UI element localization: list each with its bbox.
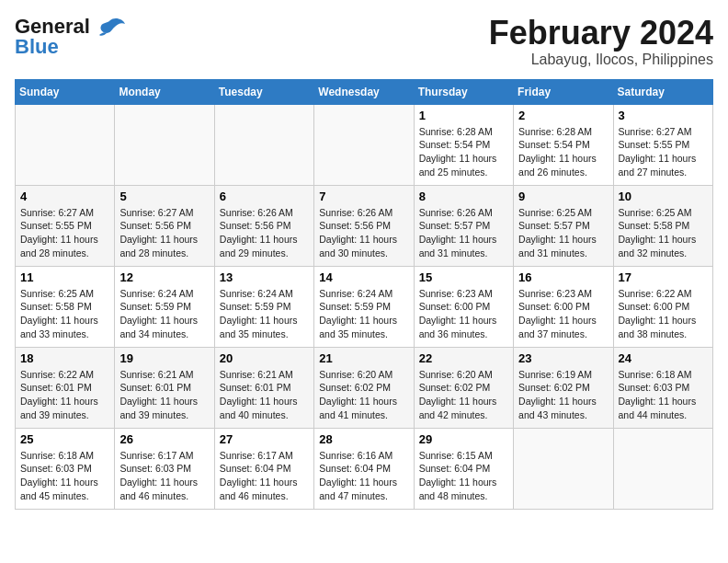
- day-number: 23: [518, 351, 608, 365]
- day-number: 16: [518, 270, 608, 284]
- calendar-cell: 11Sunrise: 6:25 AM Sunset: 5:58 PM Dayli…: [16, 266, 115, 347]
- calendar-cell: 22Sunrise: 6:20 AM Sunset: 6:02 PM Dayli…: [414, 347, 513, 428]
- day-number: 17: [619, 270, 708, 284]
- day-info: Sunrise: 6:22 AM Sunset: 6:01 PM Dayligh…: [20, 368, 109, 422]
- logo-blue: Blue: [15, 35, 59, 59]
- day-number: 9: [518, 190, 608, 203]
- logo: General Blue: [15, 15, 127, 59]
- calendar-cell: 23Sunrise: 6:19 AM Sunset: 6:02 PM Dayli…: [514, 347, 613, 428]
- day-number: 15: [419, 270, 508, 284]
- weekday-header-thursday: Thursday: [414, 79, 513, 104]
- day-info: Sunrise: 6:20 AM Sunset: 6:02 PM Dayligh…: [419, 368, 508, 422]
- calendar-cell: 14Sunrise: 6:24 AM Sunset: 5:59 PM Dayli…: [314, 266, 414, 347]
- day-number: 6: [220, 190, 309, 203]
- calendar-cell: 15Sunrise: 6:23 AM Sunset: 6:00 PM Dayli…: [414, 266, 513, 347]
- day-info: Sunrise: 6:21 AM Sunset: 6:01 PM Dayligh…: [119, 368, 209, 422]
- location: Labayug, Ilocos, Philippines: [489, 52, 713, 68]
- day-number: 4: [20, 190, 109, 203]
- calendar-cell: 25Sunrise: 6:18 AM Sunset: 6:03 PM Dayli…: [16, 428, 115, 509]
- day-number: 14: [319, 270, 408, 284]
- day-info: Sunrise: 6:15 AM Sunset: 6:04 PM Dayligh…: [419, 449, 508, 503]
- day-number: 1: [419, 109, 508, 122]
- calendar-cell: 1Sunrise: 6:28 AM Sunset: 5:54 PM Daylig…: [414, 104, 513, 185]
- day-info: Sunrise: 6:18 AM Sunset: 6:03 PM Dayligh…: [20, 449, 109, 503]
- day-number: 2: [518, 109, 608, 122]
- week-row-1: 1Sunrise: 6:28 AM Sunset: 5:54 PM Daylig…: [16, 104, 713, 185]
- day-info: Sunrise: 6:27 AM Sunset: 5:55 PM Dayligh…: [619, 125, 708, 179]
- day-info: Sunrise: 6:23 AM Sunset: 6:00 PM Dayligh…: [518, 287, 608, 341]
- day-info: Sunrise: 6:16 AM Sunset: 6:04 PM Dayligh…: [319, 449, 408, 503]
- title-area: February 2024 Labayug, Ilocos, Philippin…: [489, 15, 713, 68]
- day-number: 25: [20, 432, 109, 446]
- day-info: Sunrise: 6:18 AM Sunset: 6:03 PM Dayligh…: [619, 368, 708, 422]
- day-number: 10: [619, 190, 708, 203]
- day-info: Sunrise: 6:25 AM Sunset: 5:58 PM Dayligh…: [619, 206, 708, 260]
- calendar-cell: [613, 428, 712, 509]
- day-info: Sunrise: 6:21 AM Sunset: 6:01 PM Dayligh…: [220, 368, 309, 422]
- calendar-cell: [514, 428, 613, 509]
- day-number: 18: [20, 351, 109, 365]
- logo-bird-icon: [94, 17, 127, 37]
- day-number: 12: [119, 270, 209, 284]
- calendar-cell: 6Sunrise: 6:26 AM Sunset: 5:56 PM Daylig…: [214, 185, 313, 266]
- calendar-cell: 24Sunrise: 6:18 AM Sunset: 6:03 PM Dayli…: [613, 347, 712, 428]
- day-info: Sunrise: 6:19 AM Sunset: 6:02 PM Dayligh…: [518, 368, 608, 422]
- day-info: Sunrise: 6:24 AM Sunset: 5:59 PM Dayligh…: [319, 287, 408, 341]
- calendar-cell: 5Sunrise: 6:27 AM Sunset: 5:56 PM Daylig…: [115, 185, 214, 266]
- day-number: 8: [419, 190, 508, 203]
- calendar-cell: [214, 104, 313, 185]
- day-number: 13: [220, 270, 309, 284]
- calendar-cell: 18Sunrise: 6:22 AM Sunset: 6:01 PM Dayli…: [16, 347, 115, 428]
- day-info: Sunrise: 6:24 AM Sunset: 5:59 PM Dayligh…: [220, 287, 309, 341]
- day-number: 7: [319, 190, 408, 203]
- calendar-cell: 10Sunrise: 6:25 AM Sunset: 5:58 PM Dayli…: [613, 185, 712, 266]
- day-info: Sunrise: 6:24 AM Sunset: 5:59 PM Dayligh…: [119, 287, 209, 341]
- calendar-cell: 29Sunrise: 6:15 AM Sunset: 6:04 PM Dayli…: [414, 428, 513, 509]
- calendar-cell: 8Sunrise: 6:26 AM Sunset: 5:57 PM Daylig…: [414, 185, 513, 266]
- calendar-cell: 2Sunrise: 6:28 AM Sunset: 5:54 PM Daylig…: [514, 104, 613, 185]
- calendar-cell: [16, 104, 115, 185]
- calendar-table: SundayMondayTuesdayWednesdayThursdayFrid…: [15, 79, 713, 510]
- day-info: Sunrise: 6:26 AM Sunset: 5:56 PM Dayligh…: [220, 206, 309, 260]
- day-info: Sunrise: 6:22 AM Sunset: 6:00 PM Dayligh…: [619, 287, 708, 341]
- day-info: Sunrise: 6:20 AM Sunset: 6:02 PM Dayligh…: [319, 368, 408, 422]
- week-row-4: 18Sunrise: 6:22 AM Sunset: 6:01 PM Dayli…: [16, 347, 713, 428]
- month-title: February 2024: [489, 15, 713, 52]
- weekday-header-tuesday: Tuesday: [214, 79, 313, 104]
- calendar-cell: 20Sunrise: 6:21 AM Sunset: 6:01 PM Dayli…: [214, 347, 313, 428]
- calendar-cell: 7Sunrise: 6:26 AM Sunset: 5:56 PM Daylig…: [314, 185, 414, 266]
- calendar-cell: 12Sunrise: 6:24 AM Sunset: 5:59 PM Dayli…: [115, 266, 214, 347]
- calendar-cell: 4Sunrise: 6:27 AM Sunset: 5:55 PM Daylig…: [16, 185, 115, 266]
- day-info: Sunrise: 6:28 AM Sunset: 5:54 PM Dayligh…: [518, 125, 608, 179]
- day-number: 11: [20, 270, 109, 284]
- day-number: 20: [220, 351, 309, 365]
- day-number: 28: [319, 432, 408, 446]
- day-number: 27: [220, 432, 309, 446]
- header: General Blue February 2024 Labayug, Iloc…: [15, 15, 713, 68]
- day-info: Sunrise: 6:17 AM Sunset: 6:03 PM Dayligh…: [119, 449, 209, 503]
- day-info: Sunrise: 6:25 AM Sunset: 5:57 PM Dayligh…: [518, 206, 608, 260]
- day-number: 19: [119, 351, 209, 365]
- calendar-cell: 16Sunrise: 6:23 AM Sunset: 6:00 PM Dayli…: [514, 266, 613, 347]
- day-info: Sunrise: 6:23 AM Sunset: 6:00 PM Dayligh…: [419, 287, 508, 341]
- day-info: Sunrise: 6:26 AM Sunset: 5:57 PM Dayligh…: [419, 206, 508, 260]
- day-number: 29: [419, 432, 508, 446]
- weekday-header-friday: Friday: [514, 79, 613, 104]
- calendar-cell: 21Sunrise: 6:20 AM Sunset: 6:02 PM Dayli…: [314, 347, 414, 428]
- week-row-2: 4Sunrise: 6:27 AM Sunset: 5:55 PM Daylig…: [16, 185, 713, 266]
- weekday-header-wednesday: Wednesday: [314, 79, 414, 104]
- day-info: Sunrise: 6:25 AM Sunset: 5:58 PM Dayligh…: [20, 287, 109, 341]
- calendar-cell: 17Sunrise: 6:22 AM Sunset: 6:00 PM Dayli…: [613, 266, 712, 347]
- week-row-3: 11Sunrise: 6:25 AM Sunset: 5:58 PM Dayli…: [16, 266, 713, 347]
- day-info: Sunrise: 6:17 AM Sunset: 6:04 PM Dayligh…: [220, 449, 309, 503]
- calendar-cell: 27Sunrise: 6:17 AM Sunset: 6:04 PM Dayli…: [214, 428, 313, 509]
- day-number: 22: [419, 351, 508, 365]
- day-info: Sunrise: 6:28 AM Sunset: 5:54 PM Dayligh…: [419, 125, 508, 179]
- calendar-cell: 19Sunrise: 6:21 AM Sunset: 6:01 PM Dayli…: [115, 347, 214, 428]
- weekday-header-monday: Monday: [115, 79, 214, 104]
- day-info: Sunrise: 6:26 AM Sunset: 5:56 PM Dayligh…: [319, 206, 408, 260]
- day-number: 3: [619, 109, 708, 122]
- calendar-cell: 3Sunrise: 6:27 AM Sunset: 5:55 PM Daylig…: [613, 104, 712, 185]
- weekday-header-row: SundayMondayTuesdayWednesdayThursdayFrid…: [16, 79, 713, 104]
- day-number: 21: [319, 351, 408, 365]
